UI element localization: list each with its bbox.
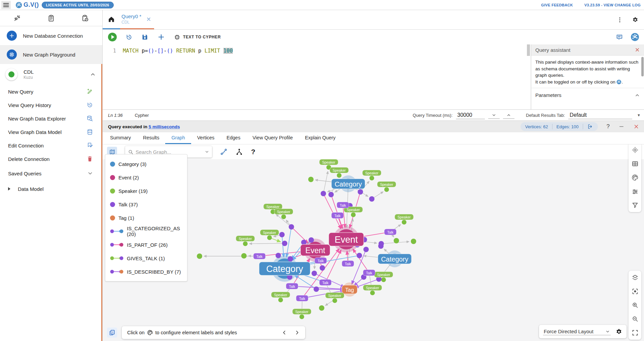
editor-scrollbar[interactable]: [527, 44, 530, 56]
graph-node-talk[interactable]: [279, 232, 285, 237]
graph-node-label[interactable]: Speaker: [330, 167, 349, 173]
graph-edge[interactable]: [353, 249, 368, 271]
connection-row-cdl[interactable]: CDL Kuzu: [0, 64, 101, 85]
graph-node-label[interactable]: Speaker: [236, 236, 255, 241]
close-tab-icon[interactable]: [146, 16, 151, 22]
timeout-increment-button[interactable]: [503, 111, 514, 119]
add-query-icon[interactable]: [157, 33, 165, 41]
tab-explain-query[interactable]: Explain Query: [299, 132, 342, 144]
pencil-plus-icon[interactable]: [86, 88, 93, 95]
legend-item-node[interactable]: Event (2): [105, 171, 187, 184]
graph-node-label[interactable]: Talk: [253, 253, 265, 259]
graph-node-speaker[interactable]: [197, 253, 202, 259]
graph-node-speaker[interactable]: [369, 176, 374, 180]
database-icon[interactable]: [86, 129, 93, 135]
layout-select[interactable]: Force Directed Layout: [543, 328, 611, 335]
graph-node-talk[interactable]: [309, 237, 314, 243]
graph-edge[interactable]: [319, 289, 344, 289]
sliders-settings-icon[interactable]: [632, 188, 639, 195]
graph-node-label[interactable]: Speaker: [374, 272, 393, 277]
graph-node-label[interactable]: Talk: [342, 261, 354, 267]
zoom-in-icon[interactable]: [632, 302, 639, 309]
graph-node-label[interactable]: Talk: [384, 229, 396, 235]
expand-triangle-icon[interactable]: [8, 187, 10, 191]
graph-node-speaker[interactable]: [332, 298, 337, 303]
graph-node-label[interactable]: Speaker: [362, 170, 381, 176]
sidebar-item-view-graph-data-model[interactable]: View Graph Data Model: [0, 125, 101, 139]
assistant-parameters-section[interactable]: Parameters: [531, 88, 644, 102]
tab-graph[interactable]: Graph: [165, 132, 191, 144]
graph-node-label[interactable]: Speaker: [260, 230, 279, 235]
hamburger-menu-icon[interactable]: [1, 1, 11, 9]
filter-icon[interactable]: [632, 202, 639, 209]
graph-node-speaker[interactable]: [319, 305, 324, 311]
fullscreen-icon[interactable]: [632, 329, 639, 336]
graph-edge[interactable]: [274, 235, 280, 237]
sidebar-item-view-query-history[interactable]: View Query History: [0, 98, 101, 112]
graph-node-talk[interactable]: [321, 191, 326, 196]
new-database-connection-button[interactable]: New Database Connection: [0, 26, 102, 45]
graph-node-speaker[interactable]: [278, 298, 283, 302]
graph-node-label[interactable]: Talk: [296, 295, 308, 301]
new-graph-playground-button[interactable]: New Graph Playground: [0, 45, 102, 64]
graph-node-talk[interactable]: [289, 224, 294, 230]
graph-node-talk[interactable]: [328, 192, 334, 197]
legend-item-node[interactable]: Talk (37): [105, 198, 187, 211]
save-query-icon[interactable]: [141, 34, 148, 41]
graph-node-speaker[interactable]: [394, 238, 399, 243]
graph-edge[interactable]: [374, 192, 383, 197]
graph-node-speaker[interactable]: [337, 173, 342, 178]
target-locate-icon[interactable]: [632, 146, 639, 154]
graph-node-label[interactable]: Talk: [363, 270, 375, 276]
graph-node-speaker[interactable]: [351, 212, 356, 217]
legend-item-edge[interactable]: IS_PART_OF (26): [105, 238, 187, 251]
graph-node-talk[interactable]: [358, 189, 363, 195]
tab-results[interactable]: Results: [137, 132, 165, 144]
layers-icon[interactable]: [632, 274, 639, 281]
graph-node-talk[interactable]: [314, 286, 319, 292]
graph-node-talk[interactable]: [378, 243, 384, 249]
queries-clipboard-icon[interactable]: [47, 14, 55, 22]
graph-node-talk[interactable]: [288, 256, 293, 262]
graph-node-talk[interactable]: [320, 265, 325, 271]
table-view-icon[interactable]: [632, 160, 639, 167]
graph-node-label[interactable]: Talk: [337, 202, 349, 208]
sidebar-item-new-query[interactable]: New Query: [0, 85, 101, 98]
graph-node-label[interactable]: Talk: [319, 279, 331, 285]
legend-item-node[interactable]: Category (3): [105, 157, 187, 171]
query-history-icon[interactable]: [126, 34, 133, 41]
graph-node-talk[interactable]: [276, 253, 281, 258]
hint-next-icon[interactable]: [294, 330, 300, 335]
graph-node-speaker[interactable]: [384, 187, 389, 192]
trash-icon[interactable]: [86, 156, 93, 162]
graph-node-speaker[interactable]: [243, 241, 248, 246]
graph-node-label[interactable]: Category: [378, 254, 412, 264]
tutorial-hint-button[interactable]: ?: [107, 328, 117, 338]
version-changelog-link[interactable]: V3.23.59 - VIEW CHANGE LOG: [584, 3, 641, 7]
code-editor[interactable]: 1 MATCH p=()-[]-() RETURN p LIMIT 100: [103, 44, 531, 109]
graph-node-label[interactable]: Speaker: [319, 159, 338, 165]
query-timeout-input[interactable]: [456, 111, 485, 119]
hint-prev-icon[interactable]: [282, 330, 287, 335]
legend-item-node[interactable]: Tag (1): [105, 211, 187, 225]
graph-node-label[interactable]: Speaker: [325, 293, 344, 298]
help-icon[interactable]: ?: [607, 123, 610, 130]
timeout-decrement-button[interactable]: [488, 111, 500, 119]
graph-node-speaker[interactable]: [299, 314, 304, 319]
graph-node-speaker[interactable]: [370, 291, 375, 295]
graph-help-icon[interactable]: ?: [251, 148, 255, 156]
graph-node-label[interactable]: Tag: [342, 285, 357, 294]
tab-vertices[interactable]: Vertices: [191, 132, 221, 144]
default-results-tab-select[interactable]: Default: [568, 111, 632, 119]
text-to-cypher-button[interactable]: AI TEXT TO CYPHER: [174, 34, 221, 40]
select-dropdown-arrow-icon[interactable]: ▼: [637, 113, 641, 117]
legend-item-edge[interactable]: IS_DESCRIBED_BY (7): [105, 265, 187, 278]
graph-node-talk[interactable]: [282, 241, 287, 246]
graph-edge[interactable]: [249, 243, 282, 244]
graph-node-label[interactable]: Speaker: [271, 292, 290, 298]
home-tab[interactable]: [103, 10, 120, 29]
graph-node-speaker[interactable]: [381, 277, 386, 282]
saved-queries-row[interactable]: Saved Queries: [0, 166, 101, 181]
legend-item-edge[interactable]: GIVES_TALK (1): [105, 251, 187, 265]
assistant-close-icon[interactable]: [635, 47, 640, 53]
